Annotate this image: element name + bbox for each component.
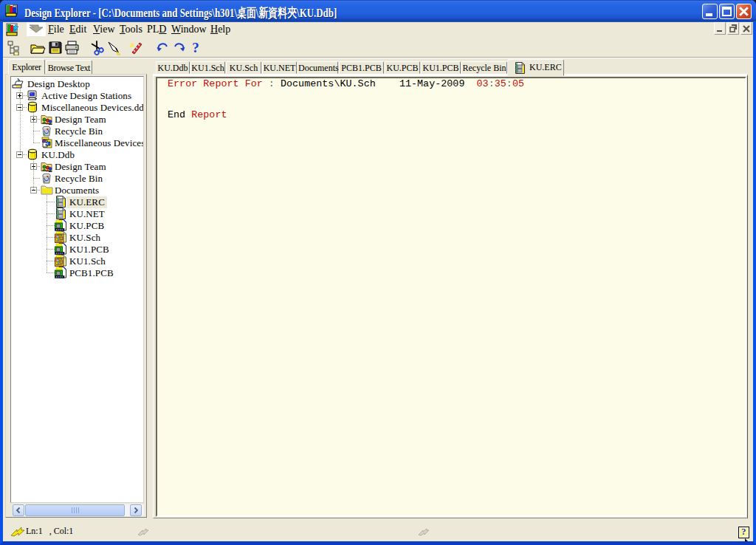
svg-text:?: ? <box>192 41 199 54</box>
